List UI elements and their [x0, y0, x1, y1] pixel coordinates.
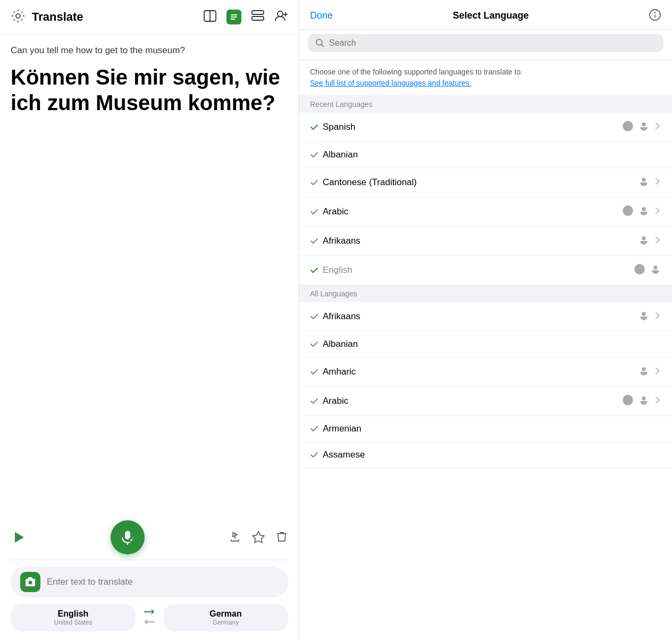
voice-icon — [638, 310, 650, 323]
gear-icon[interactable] — [11, 9, 26, 26]
language-name: Afrikaans — [323, 311, 638, 322]
check-icon — [310, 266, 323, 275]
chevron-right-icon — [654, 236, 661, 246]
svg-point-35 — [642, 237, 645, 240]
list-item[interactable]: Afrikaans — [299, 227, 672, 256]
language-feature-icons — [622, 120, 661, 134]
language-feature-icons — [622, 394, 661, 408]
list-item[interactable]: Afrikaans — [299, 302, 672, 331]
chevron-right-icon — [654, 396, 661, 406]
list-mode-icon[interactable] — [251, 9, 265, 25]
target-language-button[interactable]: German Germany — [163, 604, 288, 631]
check-icon — [310, 397, 323, 405]
share-button[interactable] — [229, 530, 241, 545]
left-header: Translate — [0, 0, 299, 35]
language-name: Arabic — [323, 396, 622, 406]
language-feature-icons — [638, 310, 661, 323]
search-bar — [308, 34, 663, 52]
chevron-right-icon — [654, 178, 661, 187]
source-lang-region: United States — [17, 619, 129, 626]
action-icons — [229, 530, 288, 545]
text-mode-icon[interactable] — [226, 10, 241, 24]
list-item[interactable]: Armenian — [299, 416, 672, 442]
language-row: English United States German Germany — [11, 604, 288, 631]
add-person-icon[interactable] — [274, 9, 288, 25]
source-language-button[interactable]: English United States — [11, 604, 136, 631]
info-description: Choose one of the following supported la… — [310, 68, 523, 76]
app-title: Translate — [32, 10, 83, 24]
translation-content: Can you tell me how to get to the museum… — [0, 35, 299, 515]
chevron-right-icon — [654, 207, 661, 217]
voice-icon — [638, 205, 650, 219]
check-icon — [310, 340, 323, 348]
svg-rect-8 — [252, 16, 264, 20]
svg-point-24 — [316, 39, 322, 45]
text-input-row — [11, 567, 288, 597]
camera-button[interactable] — [20, 572, 40, 592]
arrow-left-icon — [144, 618, 155, 627]
svg-point-40 — [642, 312, 645, 315]
svg-rect-7 — [252, 11, 264, 14]
svg-point-20 — [29, 581, 32, 585]
svg-line-25 — [322, 45, 324, 47]
list-item[interactable]: Albanian — [299, 142, 672, 168]
language-name: Amharic — [323, 367, 638, 377]
voice-icon — [638, 394, 650, 408]
language-feature-icons — [638, 234, 661, 248]
search-icon — [315, 38, 325, 48]
header-left: Translate — [11, 9, 83, 26]
translate-text-input[interactable] — [47, 577, 279, 587]
check-icon — [310, 237, 323, 245]
info-text: Choose one of the following supported la… — [299, 60, 672, 96]
check-icon — [310, 312, 323, 321]
select-language-title: Select Language — [452, 10, 528, 21]
language-feature-icons — [622, 205, 661, 219]
check-icon — [310, 368, 323, 376]
svg-point-41 — [642, 368, 645, 371]
favorite-button[interactable] — [252, 530, 265, 545]
bottom-controls: English United States German Germany — [0, 515, 299, 640]
swap-languages-button[interactable] — [140, 606, 159, 629]
list-item[interactable]: Cantonese (Traditional) — [299, 168, 672, 197]
done-button[interactable]: Done — [310, 10, 333, 21]
svg-point-39 — [654, 266, 657, 269]
language-list: Choose one of the following supported la… — [299, 60, 672, 640]
target-lang-region: Germany — [170, 619, 282, 626]
target-lang-name: German — [170, 609, 282, 619]
play-button[interactable] — [11, 529, 27, 545]
language-name: Cantonese (Traditional) — [323, 177, 638, 188]
info-button[interactable] — [649, 9, 661, 23]
svg-point-34 — [642, 207, 645, 211]
left-panel: Translate — [0, 0, 299, 640]
list-item[interactable]: Albanian — [299, 331, 672, 358]
language-feature-icons — [638, 365, 661, 379]
list-item[interactable]: Spanish — [299, 113, 672, 142]
language-feature-icons — [634, 263, 661, 277]
list-item[interactable]: Amharic — [299, 358, 672, 387]
search-container — [299, 30, 672, 60]
split-view-icon[interactable] — [203, 9, 217, 25]
header-icons — [203, 9, 288, 25]
recent-languages-header: Recent Languages — [299, 96, 672, 113]
all-languages-header: All Languages — [299, 285, 672, 302]
language-name: Arabic — [323, 206, 622, 217]
language-name: English — [323, 265, 634, 276]
source-lang-name: English — [17, 609, 129, 619]
language-name: Albanian — [323, 339, 661, 350]
list-item[interactable]: Arabic — [299, 387, 672, 416]
chevron-right-icon — [654, 367, 661, 377]
list-item[interactable]: Arabic — [299, 197, 672, 227]
info-link[interactable]: See full list of supported languages and… — [310, 79, 472, 87]
language-search-input[interactable] — [329, 38, 656, 48]
svg-marker-19 — [253, 531, 264, 543]
globe-icon — [634, 263, 645, 277]
list-item[interactable]: Assamese — [299, 442, 672, 468]
mic-button[interactable] — [111, 520, 145, 554]
select-language-header: Done Select Language — [299, 0, 672, 30]
delete-button[interactable] — [275, 530, 288, 545]
check-icon — [310, 425, 323, 433]
svg-point-45 — [642, 397, 645, 400]
svg-point-29 — [642, 123, 645, 126]
check-icon — [310, 123, 323, 131]
list-item[interactable]: English — [299, 256, 672, 285]
